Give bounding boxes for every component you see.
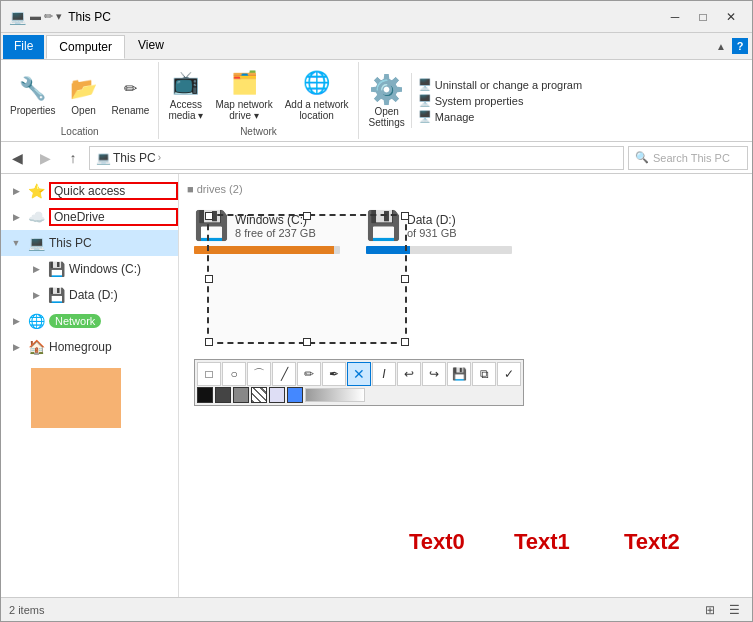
search-box[interactable]: 🔍 Search This PC [628,146,748,170]
text0-annotation: Text0 [409,529,465,555]
draw-rect-btn[interactable]: □ [197,362,221,386]
ribbon-network-buttons: 📺 Access media ▾ 🗂️ Map network drive ▾ … [163,64,353,124]
sidebar-item-windows-c[interactable]: ▶ 💾 Windows (C:) [1,256,178,282]
sidebar-item-network[interactable]: ▶ 🌐 Network [1,308,178,334]
location-group-label: Location [61,124,99,137]
draw-arc-btn[interactable]: ⌒ [247,362,271,386]
title-bar: 💻 ▬ ✏ ▾ This PC ─ □ ✕ [1,1,752,33]
uninstall-button[interactable]: 🖥️ Uninstall or change a program [418,78,582,91]
color-gray[interactable] [233,387,249,403]
quick-access-icon: ⭐ [27,183,45,199]
handle-ml [205,275,213,283]
sidebar: ▶ ⭐ Quick access ▶ ☁️ OneDrive ▼ 💻 This … [1,174,179,597]
onedrive-icon: ☁️ [27,209,45,225]
close-button[interactable]: ✕ [718,7,744,27]
main-content: ▶ ⭐ Quick access ▶ ☁️ OneDrive ▼ 💻 This … [1,174,752,597]
color-transparent[interactable] [269,387,285,403]
back-button[interactable]: ◀ [5,146,29,170]
drive-item-top-d: 💾 Data (D:) of 931 GB [366,209,512,242]
open-settings-label[interactable]: Open Settings [369,106,405,128]
draw-text-btn[interactable]: I [372,362,396,386]
properties-button[interactable]: 🔧 Properties [5,70,61,119]
draw-save-btn[interactable]: 💾 [447,362,471,386]
maximize-button[interactable]: □ [690,7,716,27]
map-network-drive-button[interactable]: 🗂️ Map network drive ▾ [210,64,277,124]
windows-c-chevron: ▶ [29,264,43,274]
add-network-location-button[interactable]: 🌐 Add a network location [280,64,354,124]
homegroup-icon: 🏠 [27,339,45,355]
sidebar-item-label-quick-access: Quick access [49,182,178,200]
help-icon[interactable]: ? [732,38,748,54]
minimize-button[interactable]: ─ [662,7,688,27]
data-d-icon: 💾 [47,287,65,303]
sidebar-item-quick-access[interactable]: ▶ ⭐ Quick access [1,178,178,204]
window: 💻 ▬ ✏ ▾ This PC ─ □ ✕ File Computer View… [0,0,753,622]
sidebar-item-onedrive[interactable]: ▶ ☁️ OneDrive [1,204,178,230]
color-hatch[interactable] [251,387,267,403]
drive-c-bar-bg [194,246,340,254]
drive-d-name: Data (D:) [407,213,512,227]
window-controls: ─ □ ✕ [662,7,744,27]
draw-pen-btn[interactable]: ✒ [322,362,346,386]
manage-label: Manage [435,111,475,123]
sidebar-item-label-network: Network [49,314,101,328]
drive-d-icon: 💾 [366,209,401,242]
tab-computer[interactable]: Computer [46,35,125,59]
sidebar-item-label-windows-c: Windows (C:) [69,262,178,276]
data-d-chevron: ▶ [29,290,43,300]
draw-line-btn[interactable]: ╱ [272,362,296,386]
draw-pencil-btn[interactable]: ✏ [297,362,321,386]
system-properties-icon: 🖥️ [418,94,432,107]
network-chevron: ▶ [9,316,23,326]
open-button[interactable]: 📂 Open [63,70,105,119]
forward-button[interactable]: ▶ [33,146,57,170]
drive-c-size: 8 free of 237 GB [235,227,340,239]
windows-c-icon: 💾 [47,261,65,277]
rename-button[interactable]: ✏ Rename [107,70,155,119]
color-slider[interactable] [305,388,365,402]
color-dark[interactable] [215,387,231,403]
address-path[interactable]: 💻 This PC › [89,146,624,170]
drive-item-top-c: 💾 Windows (C:) 8 free of 237 GB [194,209,340,242]
path-thispc[interactable]: This PC [113,151,156,165]
draw-select-btn[interactable]: ✕ [347,362,371,386]
pc-icon-small: 💻 [96,151,111,165]
drawing-toolbar: □ ○ ⌒ ╱ ✏ ✒ ✕ I ↩ ↪ 💾 ⧉ ✓ [194,359,524,406]
tab-file[interactable]: File [3,35,44,59]
up-button[interactable]: ↑ [61,146,85,170]
color-blue[interactable] [287,387,303,403]
access-media-button[interactable]: 📺 Access media ▾ [163,64,208,124]
ribbon-tabs: File Computer View ▲ ? [1,33,752,60]
this-pc-chevron: ▼ [9,238,23,248]
system-properties-button[interactable]: 🖥️ System properties [418,94,582,107]
sidebar-item-label-onedrive: OneDrive [49,208,178,226]
sidebar-item-data-d[interactable]: ▶ 💾 Data (D:) [1,282,178,308]
color-black[interactable] [197,387,213,403]
draw-undo-btn[interactable]: ↩ [397,362,421,386]
handle-br [401,338,409,346]
onedrive-chevron: ▶ [9,212,23,222]
draw-copy-btn[interactable]: ⧉ [472,362,496,386]
drive-item-windows-c[interactable]: 💾 Windows (C:) 8 free of 237 GB [187,202,347,261]
ribbon-collapse-icon[interactable]: ▲ [716,41,726,52]
draw-redo-btn[interactable]: ↪ [422,362,446,386]
draw-ellipse-btn[interactable]: ○ [222,362,246,386]
access-media-icon: 📺 [170,67,202,99]
window-icon: 💻 [9,9,26,25]
ribbon-quick-access: ▬ ✏ ▾ [30,10,62,23]
draw-ok-btn[interactable]: ✓ [497,362,521,386]
content-area: ■ drives (2) 💾 Windows (C:) 8 free of 23… [179,174,752,597]
manage-button[interactable]: 🖥️ Manage [418,110,582,123]
view-list-button[interactable]: ☰ [724,602,744,618]
ribbon-group-network: 📺 Access media ▾ 🗂️ Map network drive ▾ … [159,62,358,139]
drive-d-bar-fill [366,246,410,254]
sidebar-item-this-pc[interactable]: ▼ 💻 This PC [1,230,178,256]
drive-item-data-d[interactable]: 💾 Data (D:) of 931 GB [359,202,519,261]
status-count: 2 items [9,604,44,616]
rename-icon: ✏ [114,73,146,105]
drive-d-info: Data (D:) of 931 GB [407,213,512,239]
tab-view[interactable]: View [125,33,177,59]
drawing-toolbar-row1: □ ○ ⌒ ╱ ✏ ✒ ✕ I ↩ ↪ 💾 ⧉ ✓ [197,362,521,386]
view-large-icons-button[interactable]: ⊞ [700,602,720,618]
sidebar-item-homegroup[interactable]: ▶ 🏠 Homegroup [1,334,178,360]
